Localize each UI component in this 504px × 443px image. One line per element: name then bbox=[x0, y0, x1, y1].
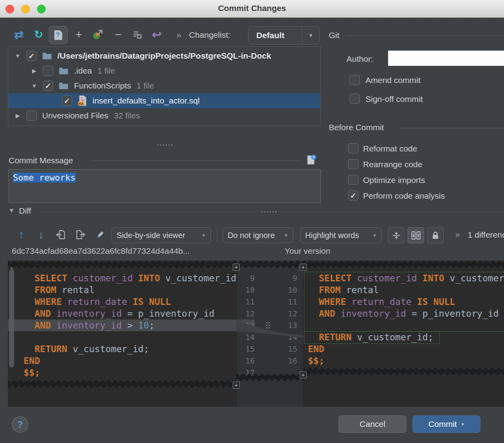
code-line: AND inventory_id = p_inventory_id bbox=[303, 308, 504, 319]
chevron-down-icon[interactable]: ▼ bbox=[302, 27, 319, 44]
reformat-code-checkbox[interactable]: ✓ bbox=[348, 143, 358, 153]
help-button[interactable]: ? bbox=[12, 416, 28, 433]
code-line: SELECT customer_id INTO v_customer_id bbox=[8, 272, 236, 284]
amend-commit-label: Amend commit bbox=[365, 76, 421, 85]
toolbar-overflow-chevron[interactable]: » bbox=[176, 30, 181, 41]
toolbar-separator bbox=[217, 227, 217, 243]
viewer-mode-dropdown[interactable]: Side-by-side viewer ▼ bbox=[111, 227, 211, 243]
previous-difference-button[interactable]: ↑ bbox=[13, 227, 29, 242]
next-difference-button[interactable]: ↓ bbox=[33, 227, 49, 242]
undo-icon: ↩ bbox=[152, 29, 161, 41]
tree-row-functionscripts[interactable]: ▼ ✓ FunctionScripts 1 file bbox=[8, 78, 321, 93]
expanded-arrow-icon[interactable]: ▼ bbox=[15, 53, 21, 59]
checkbox-project-root[interactable]: ✓ bbox=[26, 51, 37, 61]
before-commit-section-title: Before Commit bbox=[329, 123, 384, 132]
lock-icon bbox=[430, 230, 441, 240]
folded-change-dots-icon[interactable] bbox=[265, 321, 271, 329]
vertical-splitter-handle[interactable] bbox=[157, 144, 172, 146]
next-file-button[interactable] bbox=[72, 227, 88, 242]
folder-icon bbox=[59, 82, 69, 90]
code-line: END bbox=[8, 355, 236, 367]
code-line: RETURN v_customer_id; bbox=[8, 343, 236, 355]
highlight-mode-dropdown[interactable]: Highlight words ▼ bbox=[300, 227, 382, 243]
checkbox-idea[interactable]: ✓ bbox=[43, 66, 53, 76]
commit-label: Commit bbox=[428, 419, 457, 429]
commit-message-history-button[interactable] bbox=[304, 153, 318, 167]
shelve-document-icon: ? bbox=[54, 30, 62, 40]
changelist-combobox[interactable]: Default ▼ bbox=[248, 26, 320, 44]
tree-row-idea[interactable]: ▶ ✓ .idea 1 file bbox=[8, 63, 321, 78]
collapsed-arrow-icon[interactable]: ▶ bbox=[15, 113, 21, 119]
code-analysis-checkbox[interactable]: ✓ bbox=[348, 190, 358, 201]
code-line: SELECT customer_id INTO v_customer_id bbox=[303, 272, 504, 284]
changelist-details-button[interactable] bbox=[129, 27, 145, 42]
disable-editing-button[interactable] bbox=[427, 227, 444, 244]
refresh-changes-button[interactable]: ⇄ bbox=[11, 27, 27, 42]
changed-files-tree: ▼ ✓ /Users/jetbrains/DatagripProjects/Po… bbox=[8, 46, 321, 126]
whitespace-policy-dropdown[interactable]: Do not ignore ▼ bbox=[222, 227, 293, 243]
expand-fold-button[interactable]: + bbox=[233, 382, 240, 389]
remove-button[interactable]: − bbox=[110, 27, 126, 42]
show-diff-button[interactable] bbox=[90, 27, 106, 42]
commit-message-divider bbox=[93, 161, 302, 161]
rearrange-code-checkbox[interactable]: ✓ bbox=[348, 159, 358, 169]
diff-collapse-arrow-icon[interactable]: ▼ bbox=[9, 207, 15, 214]
tree-row-project-root[interactable]: ▼ ✓ /Users/jetbrains/DatagripProjects/Po… bbox=[8, 48, 321, 63]
commit-message-input[interactable]: Some reworks bbox=[9, 169, 321, 203]
expand-fold-button[interactable]: + bbox=[300, 264, 307, 271]
titlebar: Commit Changes bbox=[0, 0, 504, 18]
diff-right-title: Your version bbox=[285, 246, 330, 256]
left-pane-scrollbar[interactable] bbox=[9, 269, 14, 367]
code-line: AND inventory_id > 10; bbox=[8, 319, 236, 331]
checkbox-functionscripts[interactable]: ✓ bbox=[43, 81, 53, 91]
cancel-button[interactable]: Cancel bbox=[339, 415, 406, 433]
add-button[interactable]: + bbox=[71, 27, 87, 42]
check-icon: ✓ bbox=[350, 192, 356, 199]
changelist-value: Default bbox=[248, 27, 302, 44]
previous-file-button[interactable] bbox=[53, 227, 69, 242]
diff-splitter-handle[interactable] bbox=[261, 211, 276, 213]
collapse-unchanged-button[interactable] bbox=[388, 227, 404, 244]
tree-row-sql-file[interactable]: ✓ SQL insert_defaults_into_actor.sql bbox=[8, 93, 321, 108]
synchronize-scrolling-button[interactable] bbox=[408, 227, 424, 244]
commit-button[interactable]: Commit ▼ bbox=[413, 415, 480, 433]
help-question-mark: ? bbox=[17, 419, 23, 430]
check-icon: ✓ bbox=[45, 82, 51, 90]
edit-source-button[interactable] bbox=[92, 227, 108, 242]
changelist-details-icon bbox=[132, 30, 143, 40]
minus-icon: − bbox=[115, 29, 122, 41]
chevron-down-icon: ▼ bbox=[284, 233, 288, 238]
expand-fold-button[interactable]: + bbox=[233, 264, 240, 271]
viewer-mode-value: Side-by-side viewer bbox=[117, 231, 185, 240]
tree-item-label: /Users/jetbrains/DatagripProjects/Postgr… bbox=[57, 51, 271, 61]
shelve-silently-button[interactable]: ? bbox=[49, 26, 68, 44]
signoff-commit-checkbox[interactable]: ✓ bbox=[350, 94, 360, 104]
tree-row-unversioned[interactable]: ▶ ✓ Unversioned Files 32 files bbox=[8, 108, 321, 123]
git-section-divider bbox=[347, 35, 504, 36]
tree-item-label: .idea bbox=[74, 66, 92, 76]
checkbox-sql-file[interactable]: ✓ bbox=[62, 96, 72, 106]
diff-toolbar-overflow-chevron[interactable]: » bbox=[455, 230, 460, 240]
collapsed-arrow-icon[interactable]: ▶ bbox=[31, 68, 37, 74]
code-line: $$; bbox=[303, 355, 504, 367]
gutter-row: 1010 bbox=[237, 284, 303, 296]
tree-item-label: insert_defaults_into_actor.sql bbox=[93, 96, 200, 105]
message-history-icon bbox=[306, 154, 317, 165]
commit-message-label: Commit Message bbox=[9, 156, 73, 165]
gutter-row: 1212 bbox=[237, 308, 303, 319]
gutter-row: 1111 bbox=[237, 296, 303, 308]
rollback-button[interactable]: ↻ bbox=[31, 27, 46, 42]
optimize-imports-checkbox[interactable]: ✓ bbox=[348, 175, 358, 185]
code-line bbox=[303, 319, 504, 331]
checkbox-unversioned[interactable]: ✓ bbox=[26, 111, 37, 121]
window-title: Commit Changes bbox=[0, 4, 504, 13]
diff-section-title: Diff bbox=[19, 206, 31, 216]
expand-fold-button[interactable]: + bbox=[300, 371, 307, 378]
code-line: AND inventory_id = p_inventory_id bbox=[8, 308, 236, 319]
arrow-up-icon: ↑ bbox=[19, 229, 24, 240]
expanded-arrow-icon[interactable]: ▼ bbox=[31, 83, 37, 89]
author-input[interactable] bbox=[388, 50, 504, 66]
undo-button[interactable]: ↩ bbox=[149, 27, 165, 42]
amend-commit-checkbox[interactable]: ✓ bbox=[350, 75, 360, 85]
folder-icon bbox=[42, 52, 52, 60]
